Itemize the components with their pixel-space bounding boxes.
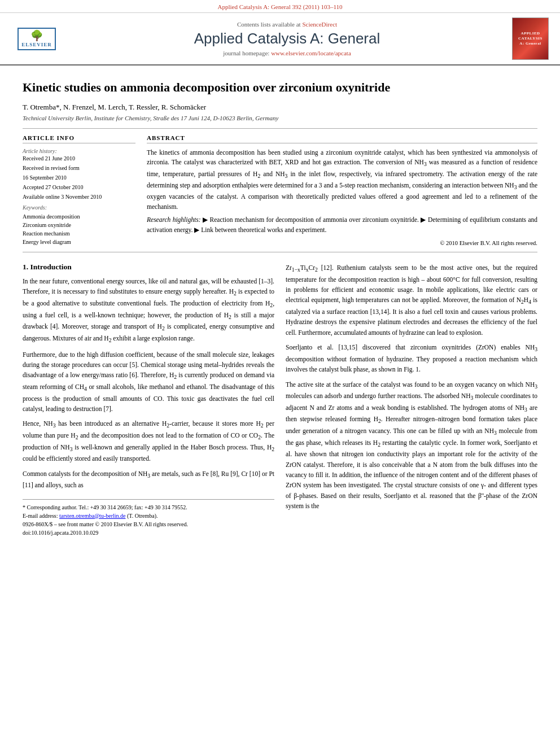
affiliation: Technical University Berlin, Institute f… <box>23 115 537 121</box>
contents-label: Contents lists available at <box>237 21 301 28</box>
intro-para-1: In the near future, conventional energy … <box>23 276 274 344</box>
history-label: Article history: <box>23 148 135 154</box>
article-info-panel: ARTICLE INFO Article history: Received 2… <box>23 134 135 246</box>
intro-para-2: Furthermore, due to the high diffusion c… <box>23 350 274 414</box>
intro-para-4: Common catalysts for the decomposition o… <box>23 469 274 491</box>
right-column: Zr1−xTixCr2 [12]. Ruthenium catalysts se… <box>286 263 537 536</box>
citation-text: Applied Catalysis A: General 392 (2011) … <box>218 3 343 10</box>
abstract-paragraph: The kinetics of ammonia decomposition ha… <box>147 148 537 212</box>
elsevier-box: 🌳 ELSEVIER <box>18 28 56 50</box>
email-link[interactable]: tarsten.otremba@tu-berlin.de <box>59 513 126 519</box>
catalysis-logo-text: APPLIEDCATALYSISA: General <box>518 31 542 46</box>
intro-heading: 1. Introduction <box>23 263 274 272</box>
elsevier-logo: 🌳 ELSEVIER <box>11 23 62 54</box>
intro-para-3: Hence, NH3 has been introduced as an alt… <box>23 418 274 464</box>
keyword-1: Ammonia decomposition <box>23 212 135 221</box>
footnote-email: E-mail address: tarsten.otremba@tu-berli… <box>23 512 274 520</box>
keyword-4: Energy level diagram <box>23 238 135 246</box>
catalysis-logo: APPLIEDCATALYSISA: General <box>512 18 549 60</box>
right-para-1: Zr1−xTixCr2 [12]. Ruthenium catalysts se… <box>286 263 537 338</box>
elsevier-wordmark: ELSEVIER <box>21 42 52 47</box>
abstract-title: ABSTRACT <box>147 134 537 143</box>
section-number: 1. Introduction <box>23 263 72 271</box>
contents-line: Contents lists available at ScienceDirec… <box>62 21 512 28</box>
sciencedirect-link[interactable]: ScienceDirect <box>302 21 337 28</box>
received-date: Received 21 June 2010 <box>23 155 135 161</box>
right-para-3: The active site at the surface of the ca… <box>286 379 537 512</box>
highlights-label: Research highlights: <box>147 216 201 223</box>
journal-citation: Applied Catalysis A: General 392 (2011) … <box>0 0 560 13</box>
divider-1 <box>23 128 537 129</box>
keyword-2: Zirconium oxynitride <box>23 221 135 229</box>
keywords-label: Keywords: <box>23 204 135 211</box>
copyright: © 2010 Elsevier B.V. All rights reserved… <box>147 240 537 246</box>
revised-label: Received in revised form <box>23 165 135 171</box>
email-suffix: (T. Otremba). <box>127 513 158 519</box>
article-info-title: ARTICLE INFO <box>23 134 135 143</box>
footnote-area: * Corresponding author. Tel.: +49 30 314… <box>23 499 274 537</box>
main-content: 1. Introduction In the near future, conv… <box>23 263 537 536</box>
footnote-corresponding: * Corresponding author. Tel.: +49 30 314… <box>23 503 274 512</box>
email-label: E-mail address: <box>23 513 58 519</box>
journal-main-title: Applied Catalysis A: General <box>62 30 512 47</box>
revised-date: 16 September 2010 <box>23 174 135 181</box>
keyword-3: Reaction mechanism <box>23 229 135 238</box>
homepage-label: journal homepage: <box>223 50 269 56</box>
article-info-abstract: ARTICLE INFO Article history: Received 2… <box>23 134 537 246</box>
footnote-issn: 0926-860X/$ – see front matter © 2010 El… <box>23 520 274 528</box>
elsevier-tree-icon: 🌳 <box>30 30 43 41</box>
divider-2 <box>23 252 537 252</box>
right-para-2: Soerljanto et al. [13,15] discovered tha… <box>286 342 537 374</box>
paper-title: Kinetic studies on ammonia decomposition… <box>23 80 537 96</box>
accepted-date: Accepted 27 October 2010 <box>23 184 135 190</box>
journal-homepage: journal homepage: www.elsevier.com/locat… <box>62 50 512 56</box>
journal-title-block: Contents lists available at ScienceDirec… <box>62 21 512 56</box>
abstract-text: The kinetics of ammonia decomposition ha… <box>147 148 537 235</box>
authors: T. Otremba*, N. Frenzel, M. Lerch, T. Re… <box>23 103 537 112</box>
left-column: 1. Introduction In the near future, conv… <box>23 263 274 536</box>
available-date: Available online 3 November 2010 <box>23 194 135 200</box>
abstract-panel: ABSTRACT The kinetics of ammonia decompo… <box>147 134 537 246</box>
homepage-url[interactable]: www.elsevier.com/locate/apcata <box>271 50 351 56</box>
journal-header: 🌳 ELSEVIER Contents lists available at S… <box>0 13 560 65</box>
footnote-doi: doi:10.1016/j.apcata.2010.10.029 <box>23 528 274 537</box>
paper-body: Kinetic studies on ammonia decomposition… <box>0 65 560 548</box>
highlights-paragraph: Research highlights: ▶ Reaction mechanis… <box>147 215 537 235</box>
